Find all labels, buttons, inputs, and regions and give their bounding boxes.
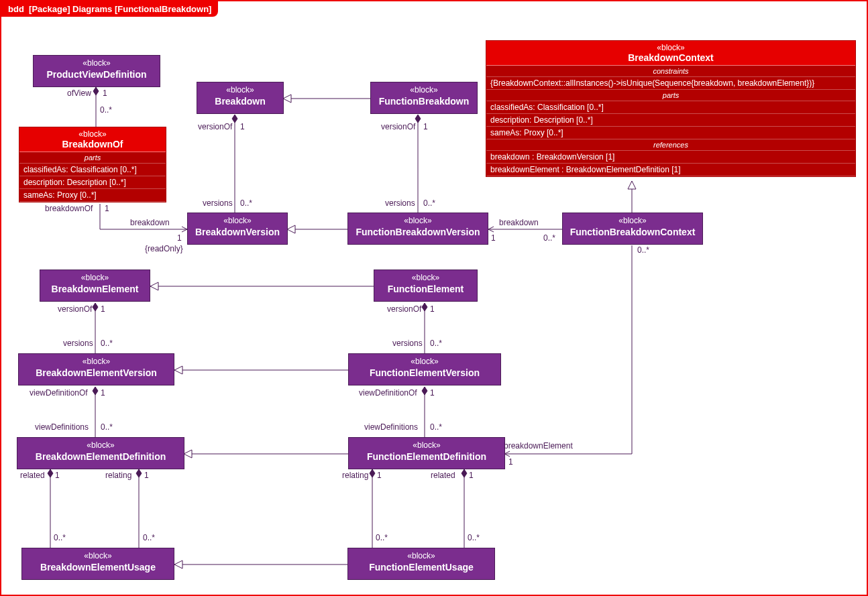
label-versions: versions xyxy=(392,339,423,348)
label-viewdefinitions: viewDefinitions xyxy=(35,422,89,432)
diagram-frame: bdd [Package] Diagrams [FunctionalBreakd… xyxy=(0,0,868,596)
label-zerostar: 0..* xyxy=(240,198,252,208)
block-name: BreakdownElement xyxy=(40,282,150,298)
stereotype: «block» xyxy=(374,270,477,282)
block-name: BreakdownVersion xyxy=(188,225,287,241)
label-zerostar: 0..* xyxy=(637,245,649,255)
label-zerostar: 0..* xyxy=(423,198,435,208)
label-one: 1 xyxy=(144,471,149,480)
label-one: 1 xyxy=(177,233,182,243)
stereotype: «block» xyxy=(17,438,184,450)
label-zerostar: 0..* xyxy=(101,422,113,432)
stereotype: «block» xyxy=(349,438,504,450)
label-versions: versions xyxy=(203,198,233,208)
frame-title: [Package] Diagrams [FunctionalBreakdown] xyxy=(29,4,211,14)
label-versions: versions xyxy=(63,339,93,348)
constraints-title: constraints xyxy=(486,66,855,77)
stereotype: «block» xyxy=(349,354,500,366)
stereotype: «block» xyxy=(371,82,477,95)
label-versionof: versionOf xyxy=(58,304,92,314)
block-name: FunctionElementVersion xyxy=(349,366,500,382)
stereotype: «block» xyxy=(197,82,283,95)
label-breakdownof: breakdownOf xyxy=(45,204,93,213)
block-name: Breakdown xyxy=(197,95,283,111)
block-functionbreakdown: «block» FunctionBreakdown xyxy=(370,82,478,114)
label-readonly: {readOnly} xyxy=(145,244,183,253)
label-one: 1 xyxy=(55,471,60,480)
block-name: FunctionBreakdownContext xyxy=(563,225,702,241)
block-breakdownversion: «block» BreakdownVersion xyxy=(187,213,288,245)
label-zerostar: 0..* xyxy=(430,339,442,348)
stereotype: «block» xyxy=(34,56,160,68)
label-relating: relating xyxy=(105,471,131,480)
stereotype: «block» xyxy=(40,270,150,282)
label-zerostar: 0..* xyxy=(54,533,66,542)
block-functionelementversion: «block» FunctionElementVersion xyxy=(348,353,501,385)
label-zerostar: 0..* xyxy=(468,533,480,542)
label-zerostar: 0..* xyxy=(143,533,155,542)
part-0: classifiedAs: Classification [0..*] xyxy=(19,164,166,176)
label-zerostar: 0..* xyxy=(543,233,555,243)
block-functionbreakdowncontext: «block» FunctionBreakdownContext xyxy=(562,213,703,245)
ref-1: breakdownElement : BreakdownElementDefin… xyxy=(486,164,855,176)
part-1: description: Description [0..*] xyxy=(19,176,166,189)
part-0: classifiedAs: Classification [0..*] xyxy=(486,101,855,114)
stereotype: «block» xyxy=(348,548,494,560)
label-related: related xyxy=(20,471,45,480)
label-one: 1 xyxy=(430,388,435,398)
label-one: 1 xyxy=(101,304,105,314)
label-zerostar: 0..* xyxy=(101,339,113,348)
label-ofview: ofView xyxy=(67,88,91,98)
block-functionelementusage: «block» FunctionElementUsage xyxy=(347,548,495,580)
stereotype: «block» xyxy=(563,213,702,225)
block-name: BreakdownElementDefinition xyxy=(17,450,184,466)
block-breakdown: «block» Breakdown xyxy=(197,82,284,114)
label-viewdefinitions: viewDefinitions xyxy=(364,422,418,432)
block-name: BreakdownContext xyxy=(486,52,855,63)
refs-title: references xyxy=(486,139,855,151)
block-name: FunctionElement xyxy=(374,282,477,298)
label-one: 1 xyxy=(240,122,245,131)
block-breakdownof: «block» BreakdownOf parts classifiedAs: … xyxy=(19,127,166,202)
label-one: 1 xyxy=(105,204,109,213)
part-2: sameAs: Proxy [0..*] xyxy=(486,127,855,139)
parts-title: parts xyxy=(19,152,166,164)
block-breakdownelementusage: «block» BreakdownElementUsage xyxy=(21,548,174,580)
constraint: {BreakdownContext::allInstances()->isUni… xyxy=(486,77,855,90)
block-name: FunctionBreakdownVersion xyxy=(348,225,488,241)
part-2: sameAs: Proxy [0..*] xyxy=(19,189,166,202)
block-functionbreakdownversion: «block» FunctionBreakdownVersion xyxy=(347,213,488,245)
parts-title: parts xyxy=(486,90,855,101)
block-breakdownelementdefinition: «block» BreakdownElementDefinition xyxy=(17,437,184,469)
label-related: related xyxy=(431,471,455,480)
stereotype: «block» xyxy=(19,129,166,139)
label-zerostar: 0..* xyxy=(376,533,388,542)
block-name: FunctionElementUsage xyxy=(348,560,494,577)
block-breakdowncontext: «block» BreakdownContext constraints {Br… xyxy=(486,40,856,177)
stereotype: «block» xyxy=(22,548,174,560)
label-versionof: versionOf xyxy=(381,122,415,131)
label-versionof: versionOf xyxy=(387,304,421,314)
stereotype: «block» xyxy=(188,213,287,225)
label-viewdefinitionof: viewDefinitionOf xyxy=(30,388,88,398)
stereotype: «block» xyxy=(19,354,174,366)
label-versions: versions xyxy=(385,198,415,208)
block-name: FunctionElementDefinition xyxy=(349,450,504,466)
label-breakdown: breakdown xyxy=(130,218,170,227)
label-versionof: versionOf xyxy=(198,122,232,131)
block-functionelementdefinition: «block» FunctionElementDefinition xyxy=(348,437,505,469)
block-name: FunctionBreakdown xyxy=(371,95,477,111)
label-one: 1 xyxy=(423,122,428,131)
block-name: BreakdownElementVersion xyxy=(19,366,174,382)
frame-prefix: bdd xyxy=(8,4,24,14)
label-one: 1 xyxy=(508,457,513,467)
label-viewdefinitionof: viewDefinitionOf xyxy=(359,388,417,398)
block-name: BreakdownOf xyxy=(19,139,166,150)
block-name: BreakdownElementUsage xyxy=(22,560,174,577)
label-one: 1 xyxy=(377,471,382,480)
label-zerostar: 0..* xyxy=(430,422,442,432)
label-one: 1 xyxy=(101,388,105,398)
label-relating: relating xyxy=(342,471,368,480)
stereotype: «block» xyxy=(486,43,855,52)
label-breakdownelement: breakdownElement xyxy=(504,441,573,451)
